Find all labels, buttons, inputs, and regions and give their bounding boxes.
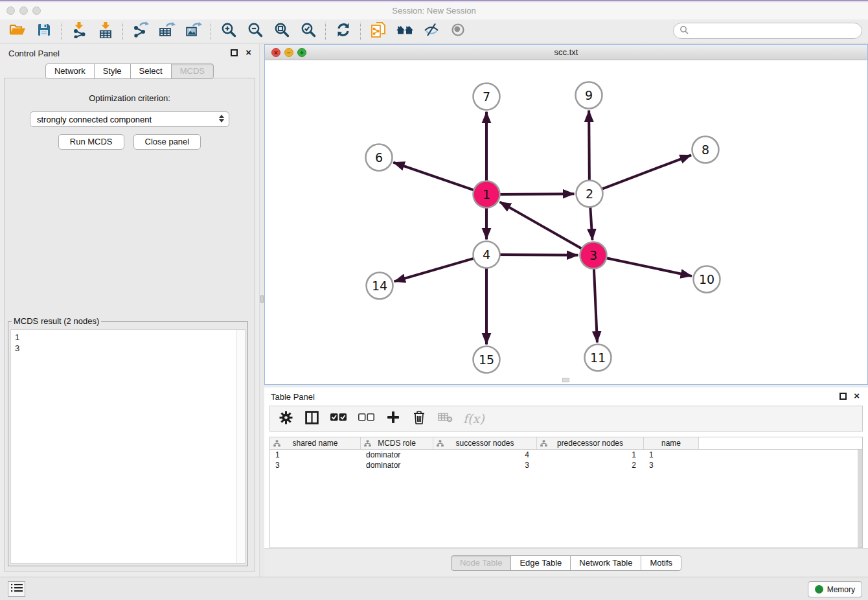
window-close-button[interactable] xyxy=(6,6,15,15)
memory-button[interactable]: Memory xyxy=(808,581,862,597)
node-14[interactable]: 14 xyxy=(367,273,393,299)
deselect-all-button[interactable] xyxy=(358,410,375,427)
zoom-in-button[interactable] xyxy=(215,21,242,41)
float-panel-icon[interactable] xyxy=(231,49,238,56)
node-table: shared nameMCDS rolesuccessor nodesprede… xyxy=(269,437,863,548)
result-line: 1 xyxy=(15,332,245,343)
column-header-predecessor-nodes[interactable]: predecessor nodes xyxy=(537,437,644,449)
node-10[interactable]: 10 xyxy=(694,266,720,293)
node-2[interactable]: 2 xyxy=(577,181,603,207)
zoom-out-button[interactable] xyxy=(242,21,268,41)
export-image-icon xyxy=(185,22,202,40)
svg-text:4: 4 xyxy=(483,248,490,262)
edge-1-2[interactable] xyxy=(496,194,574,194)
column-header-name[interactable]: name xyxy=(644,437,699,449)
tab-network-table[interactable]: Network Table xyxy=(570,555,641,571)
column-header-label: name xyxy=(661,439,681,448)
open-file-icon xyxy=(9,22,26,40)
delete-entry-button[interactable] xyxy=(411,410,427,427)
network-canvas[interactable]: 7968124314101511 xyxy=(265,60,867,384)
tab-style[interactable]: Style xyxy=(94,63,131,79)
close-panel-icon[interactable]: × xyxy=(246,47,251,58)
edge-3-11[interactable] xyxy=(594,264,597,342)
node-3[interactable]: 3 xyxy=(580,242,607,269)
titlebar: Session: New Session xyxy=(0,3,868,19)
edge-2-9[interactable] xyxy=(589,110,589,184)
table-close-panel-icon[interactable]: × xyxy=(854,391,860,401)
save-session-button[interactable] xyxy=(30,21,57,41)
edge-2-8[interactable] xyxy=(599,155,691,190)
select-all-button[interactable] xyxy=(330,410,347,427)
show-graphics-details-button[interactable] xyxy=(444,21,471,41)
run-mcds-button[interactable]: Run MCDS xyxy=(58,134,124,150)
edge-1-6[interactable] xyxy=(393,163,477,192)
toolbar-separator xyxy=(360,23,361,40)
import-table-button[interactable] xyxy=(92,21,119,41)
tab-mcds[interactable]: MCDS xyxy=(171,63,214,79)
close-panel-button[interactable]: Close panel xyxy=(133,134,201,150)
panel-divider[interactable] xyxy=(259,44,264,577)
network-maximize-button[interactable]: + xyxy=(297,48,306,57)
export-image-button[interactable] xyxy=(180,21,207,41)
node-15[interactable]: 15 xyxy=(474,347,500,373)
network-graph: 7968124314101511 xyxy=(265,60,867,384)
clone-network-button[interactable] xyxy=(365,21,391,41)
edge-3-1[interactable] xyxy=(499,202,585,251)
node-8[interactable]: 8 xyxy=(692,137,719,163)
hide-graphics-details-button[interactable] xyxy=(418,21,444,41)
table-scrollbar[interactable] xyxy=(858,450,862,548)
node-1[interactable]: 1 xyxy=(474,181,500,208)
edge-4-14[interactable] xyxy=(394,257,478,281)
export-table-button[interactable] xyxy=(154,21,180,41)
edge-3-10[interactable] xyxy=(602,257,692,276)
column-header-successor-nodes[interactable]: successor nodes xyxy=(433,437,537,449)
edge-4-3[interactable] xyxy=(496,255,578,255)
node-4[interactable]: 4 xyxy=(474,242,500,268)
network-resize-handle[interactable] xyxy=(562,378,569,382)
table-settings-button[interactable] xyxy=(278,410,293,427)
network-close-button[interactable]: × xyxy=(271,48,280,57)
node-7[interactable]: 7 xyxy=(474,84,500,110)
cell-name: 1 xyxy=(644,450,699,459)
toolbar-separator xyxy=(122,23,123,40)
table-float-panel-icon[interactable] xyxy=(839,393,847,400)
zoom-fit-button[interactable] xyxy=(268,21,295,41)
control-panel-header: Control Panel × xyxy=(0,44,259,62)
tab-node-table[interactable]: Node Table xyxy=(451,555,512,571)
window-minimize-button[interactable] xyxy=(19,6,28,15)
zoom-selected-icon xyxy=(301,22,316,40)
export-network-button[interactable] xyxy=(127,21,154,41)
node-6[interactable]: 6 xyxy=(366,144,393,171)
zoom-fit-icon xyxy=(274,22,290,40)
zoom-selected-button[interactable] xyxy=(295,21,321,41)
add-entry-button[interactable] xyxy=(385,410,401,427)
node-11[interactable]: 11 xyxy=(585,345,611,371)
export-network-icon xyxy=(132,21,149,41)
tab-select[interactable]: Select xyxy=(130,63,172,79)
node-9[interactable]: 9 xyxy=(576,82,602,109)
refresh-button[interactable] xyxy=(330,21,356,41)
tab-motifs[interactable]: Motifs xyxy=(641,555,681,571)
mcds-result-legend: MCDS result (2 nodes) xyxy=(12,316,101,326)
result-scrollbar[interactable] xyxy=(236,330,245,563)
criterion-select[interactable]: strongly connected component xyxy=(30,111,229,127)
network-minimize-button[interactable]: − xyxy=(284,48,293,57)
column-header-MCDS-role[interactable]: MCDS role xyxy=(361,437,433,449)
column-hierarchy-icon xyxy=(540,440,547,449)
table-row[interactable]: 3dominator323 xyxy=(270,460,862,470)
open-file-button[interactable] xyxy=(4,21,30,41)
tab-edge-table[interactable]: Edge Table xyxy=(510,555,571,571)
search-input[interactable] xyxy=(692,26,862,36)
column-header-shared-name[interactable]: shared name xyxy=(270,437,361,449)
toggle-columns-button[interactable] xyxy=(304,410,319,427)
import-network-button[interactable] xyxy=(65,21,92,41)
window-zoom-button[interactable] xyxy=(32,6,41,15)
table-row[interactable]: 1dominator411 xyxy=(270,450,862,460)
first-neighbors-button[interactable] xyxy=(391,21,418,41)
mcds-buttons: Run MCDS Close panel xyxy=(5,134,255,150)
tab-network[interactable]: Network xyxy=(45,63,95,79)
panel-divider-handle[interactable] xyxy=(260,295,264,303)
column-hierarchy-icon xyxy=(273,440,280,449)
task-history-button[interactable] xyxy=(8,581,25,597)
edge-2-3[interactable] xyxy=(590,203,593,240)
